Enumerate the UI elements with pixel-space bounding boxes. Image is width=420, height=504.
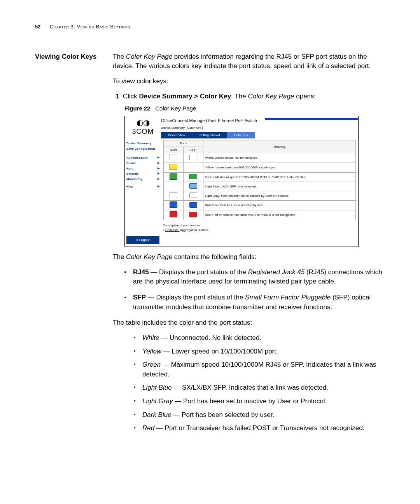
nav-security[interactable]: Security▶ [126, 171, 159, 177]
sfp-port-icon [189, 174, 197, 179]
meaning-cell: White: Unconnected. No link detected. [203, 153, 356, 163]
sfp-port-icon [189, 212, 197, 217]
th-meaning: Meaning [203, 140, 356, 153]
color-yellow: Yellow — Lower speed on 10/100/1000M por… [134, 347, 385, 357]
nav-help[interactable]: Help▶ [126, 184, 159, 189]
meaning-cell: Dark Blue: Port has been selected by use… [203, 201, 356, 210]
logout-button[interactable]: ⎆ Logout [126, 236, 159, 244]
tab-color-key[interactable]: Color Key [227, 132, 255, 139]
color-list: White — Unconnected. No link detected. Y… [113, 333, 385, 433]
meaning-cell: Yellow: Lower speed on 10/100/1000M capa… [203, 163, 356, 173]
table-row: Dark Blue: Port has been selected by use… [164, 201, 356, 210]
sfp-port-icon [189, 202, 197, 208]
chevron-right-icon: ▶ [158, 177, 159, 182]
decorative-bar [265, 118, 358, 120]
sidebar-nav: Device Summary Save Configuration Admini… [125, 138, 161, 247]
chevron-right-icon: ▶ [158, 156, 159, 160]
th-rj45: RJ45 [164, 147, 184, 153]
chevron-right-icon: ▶ [158, 184, 159, 189]
fields-intro: The Color Key Page contains the followin… [113, 252, 385, 262]
port-description: Description of port number: • Underline:… [163, 223, 356, 233]
table-row: Red: Port or Module has failed POST or m… [164, 210, 356, 220]
color-light-blue: Light Blue — SX/LX/BX SFP. Indicates tha… [134, 383, 385, 393]
tab-device-view[interactable]: Device View [161, 132, 192, 139]
rj45-port-icon [170, 201, 177, 208]
field-sfp: SFP — Displays the port status of the Sm… [124, 293, 385, 312]
table-row: Yellow: Lower speed on 10/100/1000M capa… [164, 163, 356, 173]
section-heading: Viewing Color Keys [35, 52, 101, 92]
chevron-right-icon: ▶ [158, 166, 159, 171]
page-number: 52 [35, 24, 40, 30]
th-sfp: SFP [184, 147, 203, 153]
field-rj45: RJ45 — Displays the port status of the R… [124, 268, 385, 287]
nav-save-config[interactable]: Save Configuration [126, 146, 159, 152]
table-row: Light Gray: Port has been set to inactiv… [164, 191, 356, 201]
color-red: Red — Port or Transceiver has failed POS… [134, 424, 385, 433]
table-row: Light Blue: LX/ZX SFP. Link detected. [164, 182, 356, 191]
step-1: 1 Click Device Summary > Color Key. The … [113, 92, 385, 102]
logo-icon: ◐◑ [126, 119, 159, 126]
rj45-port-icon [170, 173, 177, 180]
rj45-port-icon [170, 154, 177, 160]
view-instruction: To view color keys: [113, 77, 385, 86]
table-row: Green: Maximum speed 10/100/1000M RJ45 o… [164, 172, 356, 182]
tab-bar: Device View Polling Interval Color Key [161, 132, 358, 139]
color-green: Green — Maximum speed 10/100/1000M RJ45 … [134, 360, 385, 379]
screenshot-figure: ◐◑ 3COM OfficeConnect Managed Fast Ether… [124, 116, 359, 247]
intro-paragraph: The Color Key Page provides information … [113, 52, 385, 71]
meaning-cell: Light Gray: Port has been set to inactiv… [203, 191, 356, 201]
color-light-gray: Light Gray — Port has been set to inacti… [134, 397, 385, 406]
nav-port[interactable]: Port▶ [126, 166, 159, 172]
color-dark-blue: Dark Blue — Port has been selected by us… [134, 410, 385, 420]
sfp-port-icon [189, 183, 197, 189]
table-intro: The table includes the color and the por… [113, 318, 385, 328]
figure-caption: Figure 22 Color Key Page [124, 104, 385, 113]
rj45-port-icon [170, 211, 177, 217]
meaning-cell: Green: Maximum speed 10/100/1000M RJ45 o… [203, 172, 356, 182]
th-ports: Ports [164, 140, 203, 147]
tab-polling-interval[interactable]: Polling Interval [192, 132, 227, 139]
nav-monitoring[interactable]: Monitoring▶ [126, 177, 159, 182]
meaning-cell: Light Blue: LX/ZX SFP. Link detected. [203, 182, 356, 191]
field-list: RJ45 — Displays the port status of the R… [113, 268, 385, 312]
nav-device-summary[interactable]: Device Summary [126, 141, 159, 146]
breadcrumb: Device Summary [ Color Key ] [161, 126, 358, 130]
table-row: White: Unconnected. No link detected. [164, 153, 356, 163]
color-key-table: Ports Meaning RJ45 SFP White: Unconnecte… [163, 140, 356, 220]
nav-administration[interactable]: Administration▶ [126, 155, 159, 161]
nav-device[interactable]: Device▶ [126, 161, 159, 166]
sfp-port-icon [189, 192, 197, 198]
meaning-cell: Red: Port or Module has failed POST or m… [203, 210, 356, 220]
chevron-right-icon: ▶ [158, 172, 159, 176]
color-white: White — Unconnected. No link detected. [134, 333, 385, 343]
page-header: 52 Chapter 3: Viewing Basic Settings [35, 23, 385, 31]
step-text: Click Device Summary > Color Key. The Co… [123, 92, 316, 102]
sfp-port-icon [189, 155, 197, 160]
step-number: 1 [113, 92, 119, 102]
rj45-port-icon [170, 164, 177, 170]
logo: ◐◑ 3COM [125, 116, 161, 138]
rj45-port-icon [170, 192, 177, 198]
chapter-title: Chapter 3: Viewing Basic Settings [50, 24, 130, 30]
chevron-right-icon: ▶ [158, 161, 159, 166]
